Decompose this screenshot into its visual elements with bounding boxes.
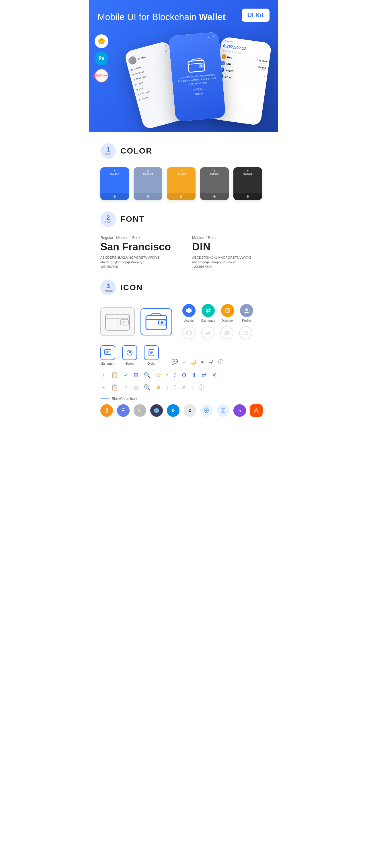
icon-section-title: ICON [120, 283, 143, 292]
hero-badges: Ps 60+ Screens [94, 34, 108, 83]
document-gray-icon: 📋 [111, 384, 118, 391]
back-icon[interactable]: ‹ [166, 372, 168, 378]
ark-icon [217, 404, 229, 417]
color-swatch-gray: # 666666 [200, 167, 229, 200]
qr-icon[interactable]: ⊞ [134, 372, 139, 378]
tab-icon-profile: Profile [240, 304, 253, 322]
icon-section-header: 3 THREE ICON [101, 280, 266, 296]
btc-icon: ₿ [101, 404, 113, 417]
exchange-icon [202, 304, 215, 317]
search-icon[interactable]: 🔍 [144, 372, 151, 378]
nav-management: Mangment [101, 345, 115, 365]
moon-icon: 🌙 [190, 359, 196, 365]
nav-history: History [122, 345, 137, 365]
close-gray-icon: ✕ [181, 384, 186, 391]
screens-badge: 60+ Screens [94, 69, 108, 83]
info-gray-icon: ⓘ [198, 383, 204, 391]
svg-point-33 [226, 332, 227, 334]
nav-icons-top: Assets Exchange [182, 304, 253, 322]
waves-icon [200, 404, 213, 417]
svg-point-34 [245, 331, 247, 333]
svg-point-30 [246, 309, 248, 311]
profile-icon [240, 304, 253, 317]
comment-icon: 🗨 [208, 359, 214, 365]
ps-badge: Ps [94, 52, 108, 65]
sketch-badge [94, 34, 108, 48]
color-swatch-blue: # 3574FA [101, 167, 129, 200]
order-icon [144, 345, 159, 360]
color-swatch-dark: # 303030 [233, 167, 262, 200]
chat-icon: 💬 [171, 359, 178, 365]
info-icon: ⓘ [218, 359, 223, 365]
font-section-title: FONT [120, 215, 144, 224]
hero-section: Mobile UI for Blockchain Wallet UI Kit P… [89, 0, 278, 132]
profile-outline-icon [239, 326, 252, 339]
icon-section-badge: 3 THREE [101, 280, 116, 296]
check-gray-icon: ✓ [123, 384, 129, 391]
nav-icons-section: Mangment History [101, 345, 266, 365]
arrows-icon[interactable]: ⇄ [202, 372, 207, 378]
search-gray-icon: 🔍 [144, 384, 151, 391]
checkmark-icon[interactable]: ✓ [123, 372, 129, 378]
plus-icon[interactable]: ＋ [101, 371, 106, 379]
svg-point-17 [123, 321, 125, 323]
nav-icons-stack: Assets Exchange [182, 304, 253, 339]
svg-point-32 [225, 331, 229, 335]
upload-icon[interactable]: ⬆ [192, 372, 197, 378]
plus-gray-icon: ＋ [101, 383, 106, 391]
color-swatch-slate: # 8DA0C8 [134, 167, 162, 200]
management-icon [101, 345, 115, 360]
svg-line-11 [193, 59, 200, 59]
share-icon[interactable]: ⤴ [173, 372, 176, 378]
svg-point-22 [161, 321, 163, 324]
ltc-icon: Ł [134, 404, 146, 417]
assets-outline-icon [182, 326, 196, 339]
zcash-icon: Z [184, 404, 196, 417]
close-icon[interactable]: ✕ [212, 372, 217, 378]
document-edit-icon[interactable]: 📋 [111, 372, 118, 378]
bat-icon [250, 404, 263, 417]
star-icon[interactable]: ☆ [156, 372, 161, 378]
svg-marker-53 [222, 409, 224, 412]
forward-gray-icon: › [192, 384, 194, 391]
matic-icon: ◇ [233, 404, 246, 417]
tab-icon-discover: Discover [221, 304, 234, 322]
font-section-header: 2 TWO FONT [101, 211, 266, 227]
ui-kit-badge: UI Kit [242, 9, 270, 22]
svg-marker-48 [154, 408, 159, 413]
qr-gray-icon: ⊞ [134, 384, 139, 391]
share-gray-icon: ⤴ [173, 384, 176, 391]
crypto-icons-row: ₿ Ξ Ł D Z ◇ [101, 404, 266, 417]
font-din: Medium ' Bold DIN ABCDEFGHIJKLMNOPQRSTUV… [192, 236, 266, 269]
discover-outline-icon [220, 326, 233, 339]
font-section: Regular ' Medium ' Bold San Francisco AB… [101, 236, 266, 269]
svg-rect-43 [149, 349, 154, 356]
color-section-title: COLOR [120, 146, 152, 156]
settings-icon[interactable]: ⚙ [181, 372, 187, 378]
nav-order: Order [144, 345, 159, 365]
misc-icons-bottom: ＋ 📋 ✓ ⊞ 🔍 ★ ‹ ⤴ ✕ › ⓘ [101, 383, 266, 391]
svg-marker-27 [186, 308, 192, 313]
color-section-badge: 1 ONE [101, 143, 116, 159]
misc-icons-top: ＋ 📋 ✓ ⊞ 🔍 ☆ ‹ ⤴ ⚙ ⬆ ⇄ ✕ [101, 371, 266, 379]
star-filled-icon: ★ [156, 384, 161, 391]
wallet-colored [140, 308, 172, 336]
exchange-outline-icon [201, 326, 215, 339]
color-section-header: 1 ONE COLOR [101, 143, 266, 159]
font-section-badge: 2 TWO [101, 211, 116, 227]
svg-point-29 [227, 310, 228, 311]
history-icon [122, 345, 137, 360]
content-area: 1 ONE COLOR # 3574FA # 8DA0C8 # F5A623 [89, 143, 278, 417]
circle-icon: ● [201, 359, 204, 365]
wallet-icons-row: Assets Exchange [101, 304, 266, 339]
layers-icon: ≡ [182, 359, 186, 365]
svg-rect-36 [106, 351, 108, 353]
svg-rect-16 [120, 319, 129, 325]
phone-center: ✕ ＋ Character may be manifested in the g… [168, 32, 226, 122]
color-swatch-orange: # F5A623 [167, 167, 196, 200]
dash-icon: D [167, 404, 179, 417]
back-gray-icon: ‹ [166, 384, 168, 391]
eth-icon: Ξ [117, 404, 130, 417]
discover-icon [221, 304, 234, 317]
small-icons-row: 💬 ≡ 🌙 ● 🗨 ⓘ [171, 359, 223, 365]
